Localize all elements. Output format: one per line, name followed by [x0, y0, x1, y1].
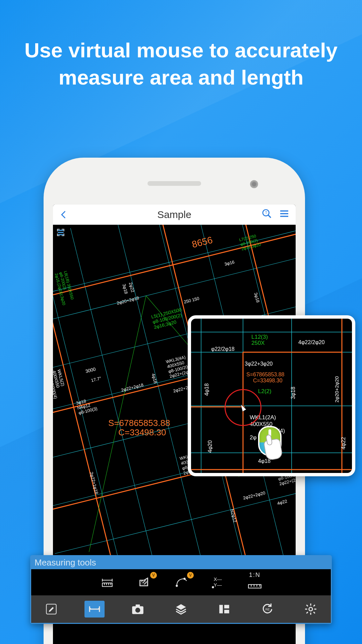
- svg-line-9: [53, 225, 296, 306]
- vip-badge-icon: V: [187, 572, 194, 579]
- svg-line-151: [314, 612, 315, 613]
- svg-rect-141: [219, 605, 223, 613]
- svg-text:2φ20+2φ20: 2φ20+2φ20: [334, 376, 340, 402]
- edit-button[interactable]: [41, 601, 61, 618]
- svg-text:S=67865853.88: S=67865853.88: [246, 372, 285, 377]
- svg-text:3000: 3000: [85, 366, 96, 374]
- svg-text:L12(3): L12(3): [251, 334, 268, 340]
- svg-line-152: [314, 605, 315, 606]
- measure-tool-row: V V X—Y— 1:N: [31, 569, 331, 595]
- svg-text:3φ18: 3φ18: [122, 283, 129, 294]
- layout-button[interactable]: [214, 601, 234, 618]
- svg-line-150: [307, 605, 308, 606]
- svg-point-145: [309, 607, 313, 611]
- regen-button[interactable]: RE: [257, 601, 278, 618]
- svg-text:4φ22/2φ20: 4φ22/2φ20: [298, 339, 325, 345]
- svg-text:8656: 8656: [191, 234, 214, 250]
- svg-text:4φ18: 4φ18: [204, 383, 209, 396]
- svg-text:T: T: [265, 211, 267, 215]
- svg-text:250X: 250X: [251, 340, 265, 346]
- svg-line-15: [55, 473, 296, 554]
- main-toolbar: RE: [31, 595, 331, 623]
- svg-text:4φ18: 4φ18: [151, 373, 158, 384]
- svg-line-125: [185, 579, 187, 581]
- svg-text:3φ16: 3φ16: [224, 259, 235, 267]
- search-icon[interactable]: T: [261, 208, 272, 221]
- menu-icon[interactable]: [279, 208, 290, 221]
- measure-button[interactable]: [84, 601, 105, 618]
- svg-point-128: [212, 587, 214, 588]
- svg-text:L2(2): L2(2): [258, 388, 272, 394]
- measuring-tools-panel: Measuring tools V V X—Y— 1:N: [30, 555, 332, 624]
- svg-line-1: [268, 215, 271, 218]
- svg-text:RE: RE: [265, 607, 270, 611]
- target-reticle-icon: [225, 389, 261, 426]
- svg-text:2φ22+2φ18: 2φ22+2φ18: [121, 382, 144, 393]
- svg-text:2φ: 2φ: [250, 434, 256, 441]
- measure-scale-button[interactable]: 1:N: [245, 574, 265, 591]
- svg-text:4φ20: 4φ20: [207, 440, 213, 453]
- svg-text:C=33498.30: C=33498.30: [253, 378, 283, 383]
- toolpanel-title: Measuring tools: [31, 556, 331, 569]
- svg-text:17.7°: 17.7°: [90, 376, 102, 383]
- magnifier-overlay: L12(3) 250X φ22/2φ18 4φ22/2φ20 3φ22+3φ20…: [188, 315, 355, 476]
- document-title: Sample: [53, 209, 296, 220]
- svg-point-140: [135, 608, 140, 613]
- settings-button[interactable]: [301, 601, 321, 618]
- svg-text:Y—: Y—: [214, 582, 222, 588]
- svg-text:2φ22: 2φ22: [128, 282, 135, 293]
- measure-area-button[interactable]: V: [134, 574, 154, 591]
- layers-button[interactable]: [171, 601, 191, 618]
- measure-arc-button[interactable]: V: [171, 574, 191, 591]
- phone-camera: [250, 180, 258, 188]
- svg-text:C=33498.30: C=33498.30: [118, 427, 166, 437]
- svg-text:N2φ12: N2φ12: [230, 509, 238, 523]
- phone-speaker: [147, 181, 201, 186]
- back-button[interactable]: [59, 207, 68, 222]
- svg-line-153: [307, 612, 308, 613]
- svg-rect-139: [136, 604, 140, 606]
- app-titlebar: Sample T: [53, 205, 296, 225]
- svg-text:2φ22+2φ20: 2φ22+2φ20: [243, 490, 266, 500]
- svg-text:3φ22+3φ20: 3φ22+3φ20: [245, 361, 273, 367]
- svg-text:2φ22+1φ18: 2φ22+1φ18: [89, 471, 99, 494]
- measure-length-button[interactable]: [97, 574, 117, 591]
- svg-text:φ22/2φ18: φ22/2φ18: [211, 346, 235, 352]
- svg-text:4φ22: 4φ22: [341, 437, 346, 449]
- svg-rect-142: [224, 605, 229, 608]
- svg-rect-143: [224, 610, 229, 613]
- svg-point-123: [176, 585, 177, 586]
- svg-rect-129: [248, 584, 261, 588]
- svg-text:S=67865853.88: S=67865853.88: [108, 418, 170, 428]
- camera-button[interactable]: [128, 601, 148, 618]
- svg-text:X—: X—: [214, 577, 222, 582]
- measure-coordinate-button[interactable]: X—Y—: [208, 574, 228, 591]
- svg-text:3φ18: 3φ18: [290, 387, 296, 399]
- svg-text:250 150: 250 150: [183, 296, 200, 305]
- vip-badge-icon: V: [150, 572, 157, 579]
- svg-text:4φ22: 4φ22: [277, 498, 288, 506]
- marketing-headline: Use virtual mouse to accurately measure …: [0, 37, 362, 91]
- svg-text:2φ20+2φ18: 2φ20+2φ18: [116, 295, 139, 306]
